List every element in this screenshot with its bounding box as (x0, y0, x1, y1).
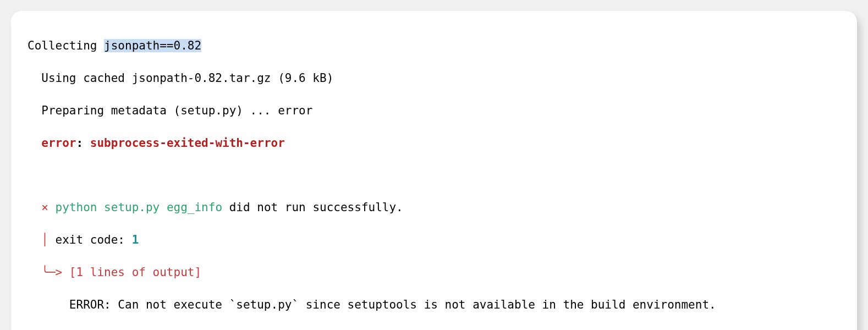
error-label: error (28, 136, 76, 150)
package-spec[interactable]: jsonpath==0.82 (104, 39, 201, 52)
box-vertical-icon: │ (28, 233, 56, 246)
cross-icon: × (41, 201, 48, 214)
fail-rest: did not run successfully. (222, 201, 403, 214)
error-subprocess-line: error: subprocess-exited-with-error (28, 135, 840, 151)
exit-code-line: │ exit code: 1 (28, 232, 840, 248)
collect-prefix: Collecting (28, 39, 104, 52)
exit-label: exit code: (56, 233, 132, 246)
output-start-line: ╰─> [1 lines of output] (28, 265, 840, 280)
blank-line (28, 168, 840, 184)
lines-output: [1 lines of output] (69, 266, 201, 279)
exit-code: 1 (132, 233, 139, 246)
indent (28, 201, 41, 214)
prepare-line: Preparing metadata (setup.py) ... error (28, 103, 840, 119)
cmd-text: python setup.py egg_info (48, 201, 222, 214)
error-msg: subprocess-exited-with-error (90, 136, 285, 150)
setup-fail-line: × python setup.py egg_info did not run s… (28, 200, 840, 216)
error-colon: : (76, 136, 90, 150)
box-corner-icon: ╰─> (28, 266, 69, 279)
collect-line: Collecting jsonpath==0.82 (28, 38, 840, 54)
cache-line: Using cached jsonpath-0.82.tar.gz (9.6 k… (28, 70, 840, 86)
error-detail-line: ERROR: Can not execute `setup.py` since … (28, 297, 840, 313)
terminal-output: Collecting jsonpath==0.82 Using cached j… (11, 11, 857, 330)
